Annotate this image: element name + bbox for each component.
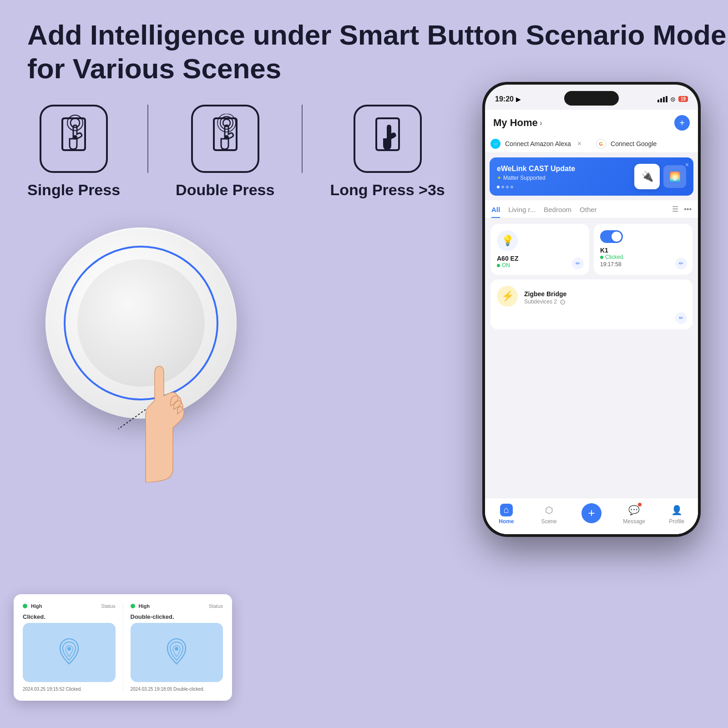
scene-thumb: 🌅	[663, 165, 686, 188]
bar-1	[657, 100, 659, 102]
wifi-small-icon: ⊙	[560, 298, 566, 306]
status-dot-a60	[497, 264, 500, 267]
alexa-icon: ○	[490, 139, 500, 149]
press-types-row: Single Press Double Press Long Press >3s	[27, 105, 445, 199]
finger-pointer	[118, 337, 209, 482]
device-card-k1[interactable]: K1 Clicked. 19:17:58 ✏	[594, 224, 693, 275]
press-item-double: Double Press	[176, 105, 274, 199]
page-title: Add Intelligence under Smart Button Scen…	[27, 18, 726, 86]
toggle-pill[interactable]	[600, 230, 623, 243]
status-dot-2	[131, 604, 135, 608]
device-card-zigbee[interactable]: ⚡ Zigbee Bridge Subdevices 2 ⊙ ✏	[490, 279, 693, 329]
chevron-right-icon: ›	[540, 118, 542, 128]
phone-body: 19:20 ▶ ⊜ 19	[482, 82, 701, 537]
app-content: My Home › + ○ Connect Amazon Alexa × G	[485, 110, 698, 534]
dot-2	[501, 186, 504, 188]
bar-3	[663, 97, 665, 102]
double-press-label: Double Press	[176, 181, 274, 199]
home-title-area: My Home ›	[493, 117, 542, 129]
scene-nav-icon: ⬡	[542, 504, 555, 516]
nav-label-home: Home	[499, 518, 514, 525]
add-nav-button[interactable]: +	[581, 503, 602, 523]
status-dot-1	[23, 604, 27, 608]
single-press-label: Single Press	[27, 181, 120, 199]
divider-2	[302, 105, 303, 173]
single-press-icon	[40, 105, 108, 173]
svg-point-0	[73, 135, 77, 140]
more-icon[interactable]: •••	[684, 205, 692, 213]
edit-button-k1[interactable]: ✏	[675, 258, 687, 269]
device-grid: 💡 A60 EZ ON ✏ K1	[485, 218, 698, 335]
device-card-a60ez[interactable]: 💡 A60 EZ ON ✏	[490, 224, 589, 275]
home-nav-icon: ⌂	[500, 504, 513, 516]
cast-close-button[interactable]: ×	[685, 161, 689, 168]
status-dot-k1	[600, 256, 603, 259]
battery-badge: 19	[678, 96, 688, 102]
cast-subtitle: ✦ Matter Supported	[497, 175, 575, 181]
google-icon: G	[596, 139, 606, 149]
svg-point-1	[71, 118, 80, 127]
connect-google-text: Connect Google	[611, 140, 657, 147]
nav-label-profile: Profile	[669, 518, 684, 525]
nav-label-scene: Scene	[541, 518, 556, 525]
smart-button-area	[27, 218, 282, 482]
press-item-long: Long Press >3s	[330, 105, 445, 199]
device-substatus-k1: 19:17:58	[600, 261, 686, 268]
dot-1	[497, 186, 500, 188]
cast-banner-left: eWeLink CAST Update ✦ Matter Supported	[497, 165, 575, 188]
tab-other[interactable]: Other	[580, 202, 597, 218]
double-press-icon	[191, 105, 259, 173]
tab-living[interactable]: Living r...	[508, 202, 536, 218]
dot-3	[506, 186, 509, 188]
popup-divider	[123, 603, 123, 692]
nav-item-home[interactable]: ⌂ Home	[485, 504, 528, 525]
nav-item-profile[interactable]: 👤 Profile	[655, 504, 698, 525]
list-icon[interactable]: ☰	[672, 205, 678, 213]
connect-banner: ○ Connect Amazon Alexa × G Connect Googl…	[485, 135, 698, 153]
zigbee-status: Subdevices 2 ⊙	[524, 298, 566, 306]
popup-title-2: Double-clicked.	[131, 613, 223, 620]
socket-icon: 🔌	[634, 164, 660, 189]
cast-banner-right: 🔌 🌅	[634, 164, 686, 189]
zigbee-info: Zigbee Bridge Subdevices 2 ⊙	[524, 290, 566, 306]
svg-point-8	[67, 647, 71, 651]
nav-item-add[interactable]: +	[570, 503, 613, 525]
popup-date-1: 2024.03.25 19:15:52 Clicked.	[23, 687, 116, 692]
edit-button-a60[interactable]: ✏	[572, 258, 584, 269]
popup-thumb-1	[23, 623, 116, 682]
bar-2	[660, 98, 662, 102]
long-press-label: Long Press >3s	[330, 181, 445, 199]
bottom-nav: ⌂ Home ⬡ Scene + 💬	[485, 498, 698, 534]
tab-icons: ☰ •••	[672, 205, 692, 215]
popup-card: High Status Clicked. 2024.03.25 19:15:52…	[14, 594, 232, 701]
bar-4	[666, 96, 667, 102]
message-red-dot	[638, 503, 642, 506]
device-status-k1: Clicked.	[600, 254, 686, 260]
popup-item-2-header: High Status	[131, 603, 223, 609]
popup-status-2: Status	[209, 603, 223, 609]
popup-title-1: Clicked.	[23, 613, 116, 620]
popup-level-2: High	[139, 603, 150, 609]
device-status-a60ez: ON	[497, 262, 583, 268]
zigbee-icon: ⚡	[497, 286, 518, 307]
popup-status-1: Status	[101, 603, 115, 609]
long-press-icon	[354, 105, 422, 173]
edit-button-zigbee[interactable]: ✏	[675, 312, 687, 324]
nav-item-scene[interactable]: ⬡ Scene	[528, 504, 571, 525]
nav-item-message[interactable]: 💬 Message	[613, 504, 656, 525]
close-alexa-button[interactable]: ×	[577, 140, 581, 148]
add-device-button[interactable]: +	[674, 115, 690, 131]
divider-1	[147, 105, 148, 173]
popup-level-1: High	[31, 603, 42, 609]
cast-banner: eWeLink CAST Update ✦ Matter Supported	[490, 157, 693, 196]
matter-star-icon: ✦	[497, 175, 501, 181]
cast-title: eWeLink CAST Update	[497, 165, 575, 173]
cast-dots	[497, 186, 575, 188]
phone-mockup: 19:20 ▶ ⊜ 19	[482, 82, 701, 537]
tab-all[interactable]: All	[491, 202, 500, 218]
connect-alexa-text: Connect Amazon Alexa	[505, 140, 571, 147]
tab-bedroom[interactable]: Bedroom	[544, 202, 571, 218]
room-tabs: All Living r... Bedroom Other ☰ •••	[485, 200, 698, 218]
svg-line-7	[118, 410, 146, 455]
signal-bars	[657, 96, 667, 102]
